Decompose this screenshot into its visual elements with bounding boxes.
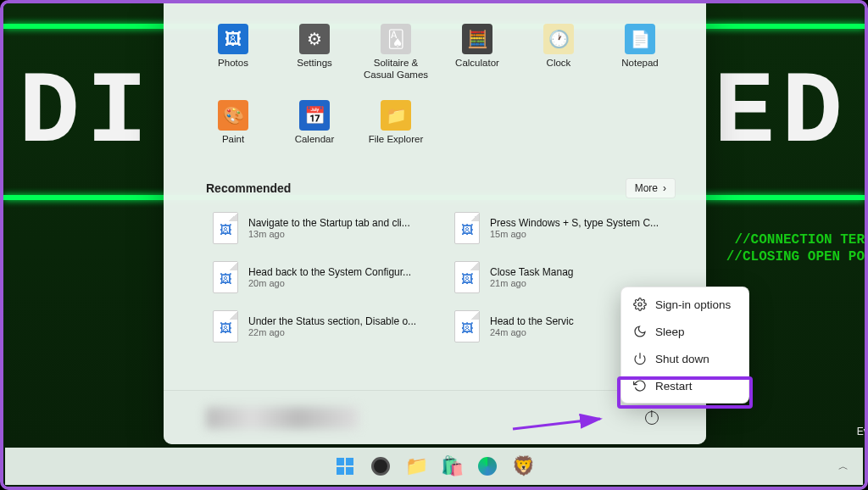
power-icon bbox=[645, 411, 659, 425]
power-button[interactable] bbox=[637, 403, 667, 433]
wallpaper-text-left: DI bbox=[19, 63, 154, 164]
shutdown-item[interactable]: Shut down bbox=[625, 345, 745, 372]
app-icon: 🂡 bbox=[381, 24, 411, 54]
svg-rect-4 bbox=[346, 458, 353, 465]
tray-chevron[interactable]: ︿ bbox=[832, 455, 854, 477]
obs-taskbar-icon[interactable] bbox=[365, 451, 396, 482]
app-tile-photos[interactable]: 🖼Photos bbox=[194, 19, 272, 92]
chevron-right-icon: › bbox=[663, 182, 666, 194]
recommended-time: 20m ago bbox=[248, 278, 411, 288]
svg-rect-6 bbox=[346, 467, 353, 475]
more-label: More bbox=[635, 182, 658, 194]
activation-watermark: Winc Evaluatio bbox=[857, 413, 868, 439]
app-icon: 🕐 bbox=[543, 24, 574, 54]
app-icon: 📅 bbox=[299, 100, 330, 131]
gear-icon bbox=[633, 298, 647, 311]
signin-options-item[interactable]: Sign-in options bbox=[625, 291, 745, 318]
app-icon: 🧮 bbox=[462, 24, 492, 54]
app-tile-calendar[interactable]: 📅Calendar bbox=[275, 95, 353, 168]
document-icon bbox=[454, 261, 480, 293]
restart-item[interactable]: Restart bbox=[625, 372, 745, 399]
recommended-title: Head to the Servic bbox=[490, 315, 574, 327]
brave-taskbar-icon[interactable]: 🦁 bbox=[508, 451, 538, 482]
recommended-title: Head back to the System Configur... bbox=[248, 266, 411, 278]
explorer-taskbar-icon[interactable]: 📁 bbox=[401, 451, 431, 482]
wallpaper-status-2: //CLOSING OPEN PO bbox=[726, 249, 865, 264]
power-icon bbox=[633, 352, 647, 365]
restart-icon bbox=[633, 379, 647, 393]
store-taskbar-icon[interactable]: 🛍️ bbox=[437, 451, 467, 482]
app-tile-notepad[interactable]: 📄Notepad bbox=[601, 19, 679, 92]
app-icon: 📄 bbox=[625, 24, 655, 54]
recommended-item[interactable]: Head back to the System Configur...20m a… bbox=[206, 256, 434, 298]
app-icon: 🎨 bbox=[218, 100, 248, 131]
wallpaper-status-1: //CONNECTION TER bbox=[734, 232, 865, 248]
recommended-title: Press Windows + S, type System C... bbox=[490, 217, 659, 229]
app-tile-clock[interactable]: 🕐Clock bbox=[520, 19, 598, 92]
document-icon bbox=[454, 212, 480, 244]
app-label: Photos bbox=[195, 58, 271, 70]
recommended-time: 13m ago bbox=[248, 229, 410, 239]
user-account[interactable] bbox=[206, 407, 359, 429]
taskbar: 📁 🛍️ 🦁 ︿ bbox=[5, 448, 863, 485]
document-icon bbox=[213, 212, 238, 244]
app-label: Settings bbox=[276, 58, 353, 70]
chevron-up-icon: ︿ bbox=[838, 459, 849, 474]
recommended-title: Navigate to the Startup tab and cli... bbox=[248, 217, 410, 229]
windows-logo-icon bbox=[335, 456, 355, 476]
recommended-heading: Recommended bbox=[206, 181, 291, 195]
recommended-time: 15m ago bbox=[490, 229, 659, 239]
recommended-title: Close Task Manag bbox=[490, 266, 574, 278]
annotation-arrow bbox=[509, 412, 610, 446]
start-taskbar-icon[interactable] bbox=[330, 451, 360, 482]
moon-icon bbox=[633, 325, 647, 338]
app-tile-settings[interactable]: ⚙Settings bbox=[275, 19, 353, 92]
sleep-label: Sleep bbox=[655, 326, 685, 338]
power-context-menu: Sign-in options Sleep Shut down Restart bbox=[620, 287, 749, 404]
app-tile-paint[interactable]: 🎨Paint bbox=[194, 95, 272, 168]
store-icon: 🛍️ bbox=[441, 455, 464, 477]
document-icon bbox=[213, 310, 238, 342]
recommended-time: 22m ago bbox=[248, 327, 416, 337]
sleep-item[interactable]: Sleep bbox=[625, 318, 745, 345]
app-label: Solitaire & Casual Games bbox=[358, 58, 434, 81]
wallpaper-text-right: ED bbox=[714, 63, 849, 164]
app-label: Calculator bbox=[439, 58, 515, 70]
svg-rect-5 bbox=[337, 467, 344, 475]
svg-line-0 bbox=[513, 419, 600, 429]
app-icon: ⚙ bbox=[299, 24, 330, 54]
folder-icon: 📁 bbox=[405, 455, 428, 477]
app-label: Paint bbox=[195, 134, 271, 146]
shutdown-label: Shut down bbox=[655, 353, 709, 365]
more-button[interactable]: More › bbox=[626, 178, 676, 198]
app-icon: 📁 bbox=[381, 100, 411, 131]
app-tile-solitaire[interactable]: 🂡Solitaire & Casual Games bbox=[357, 19, 435, 92]
svg-point-1 bbox=[638, 303, 642, 306]
recommended-item[interactable]: Press Windows + S, type System C...15m a… bbox=[448, 207, 676, 249]
app-label: Clock bbox=[520, 58, 597, 70]
app-label: Notepad bbox=[602, 58, 678, 70]
app-tile-calculator[interactable]: 🧮Calculator bbox=[438, 19, 516, 92]
app-icon: 🖼 bbox=[218, 24, 248, 54]
obs-icon bbox=[371, 457, 390, 476]
document-icon bbox=[213, 261, 238, 293]
pinned-apps-grid: 🖼Photos⚙Settings🂡Solitaire & Casual Game… bbox=[194, 19, 676, 168]
recommended-title: Under the Status section, Disable o... bbox=[248, 315, 416, 327]
document-icon bbox=[454, 310, 480, 342]
restart-label: Restart bbox=[655, 380, 693, 393]
edge-icon bbox=[478, 457, 497, 476]
app-tile-file[interactable]: 📁File Explorer bbox=[357, 95, 435, 168]
svg-rect-3 bbox=[337, 458, 344, 465]
signin-options-label: Sign-in options bbox=[655, 298, 731, 311]
edge-taskbar-icon[interactable] bbox=[472, 451, 503, 482]
recommended-item[interactable]: Navigate to the Startup tab and cli...13… bbox=[206, 207, 434, 249]
recommended-time: 24m ago bbox=[490, 327, 574, 337]
app-label: File Explorer bbox=[358, 134, 434, 146]
app-label: Calendar bbox=[276, 134, 353, 146]
recommended-item[interactable]: Under the Status section, Disable o...22… bbox=[206, 305, 434, 348]
brave-icon: 🦁 bbox=[512, 455, 535, 477]
recommended-time: 21m ago bbox=[490, 278, 574, 288]
